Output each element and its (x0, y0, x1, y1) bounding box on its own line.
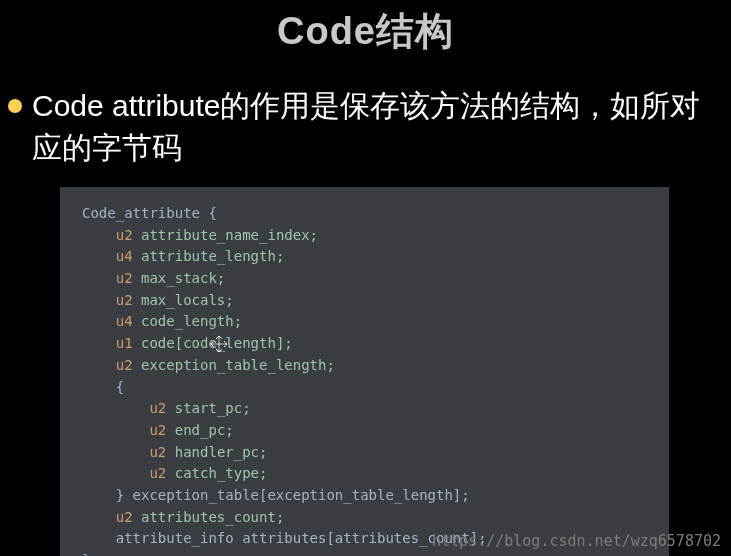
code-name: catch_type; (175, 465, 268, 481)
bullet-text: Code attribute的作用是保存该方法的结构，如所对应的字节码 (32, 85, 711, 169)
code-line: attribute_info attributes[attributes_cou… (116, 530, 487, 546)
code-type: u2 (116, 357, 133, 373)
code-type: u2 (149, 444, 166, 460)
code-name: code[code_length]; (141, 335, 293, 351)
code-name: handler_pc; (175, 444, 268, 460)
code-type: u2 (116, 227, 133, 243)
slide-title: Code结构 (0, 0, 731, 57)
bullet-item: Code attribute的作用是保存该方法的结构，如所对应的字节码 (8, 85, 711, 169)
code-type: u2 (116, 509, 133, 525)
code-type: u4 (116, 313, 133, 329)
code-type: u2 (116, 292, 133, 308)
code-content: Code_attribute { u2 attribute_name_index… (82, 203, 647, 556)
code-type: u2 (149, 422, 166, 438)
code-name: code_length; (141, 313, 242, 329)
code-line: } (82, 552, 90, 556)
code-type: u1 (116, 335, 133, 351)
code-line: } exception_table[exception_table_length… (116, 487, 470, 503)
code-name: end_pc; (175, 422, 234, 438)
code-name: attributes_count; (141, 509, 284, 525)
code-type: u2 (116, 270, 133, 286)
code-name: attribute_length; (141, 248, 284, 264)
code-block: Code_attribute { u2 attribute_name_index… (60, 187, 669, 556)
code-name: start_pc; (175, 400, 251, 416)
code-type: u4 (116, 248, 133, 264)
code-name: attribute_name_index; (141, 227, 318, 243)
code-name: max_stack; (141, 270, 225, 286)
code-type: u2 (149, 465, 166, 481)
bullet-dot-icon (8, 99, 22, 113)
code-type: u2 (149, 400, 166, 416)
code-line: { (116, 379, 124, 395)
code-name: exception_table_length; (141, 357, 335, 373)
code-line: Code_attribute { (82, 205, 217, 221)
code-name: max_locals; (141, 292, 234, 308)
watermark-url: https://blog.csdn.net/wzq6578702 (432, 532, 721, 550)
